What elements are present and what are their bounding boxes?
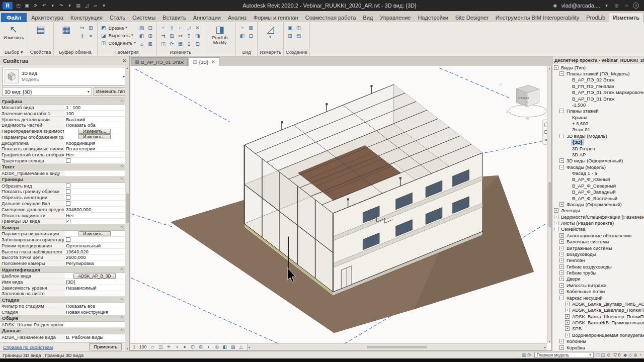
mirror-icon[interactable]: ◫ xyxy=(159,40,167,47)
property-value[interactable]: Показать оба xyxy=(64,122,125,128)
worksharing-sync-icon[interactable]: ⟳ xyxy=(527,352,531,357)
tree-item[interactable]: +Двери xyxy=(552,276,644,282)
selection-filter[interactable]: ▽ 0 xyxy=(613,352,620,357)
help-icon[interactable]: ? xyxy=(633,3,639,9)
view-instance-combo[interactable]: 3D вид: {3D} ▾ xyxy=(2,87,92,96)
expand-icon[interactable]: + xyxy=(559,277,564,281)
property-value[interactable] xyxy=(64,183,125,189)
join-unjoin-icon[interactable]: ⊡ xyxy=(194,40,201,47)
scale-icon[interactable]: ◿ xyxy=(185,24,193,31)
undo-dropdown-icon[interactable]: ▾ xyxy=(49,2,56,10)
tree-item[interactable]: {3D} xyxy=(552,139,644,145)
sun-path-icon[interactable]: ☀ xyxy=(166,344,172,350)
tree-item[interactable]: 3D Разрез xyxy=(552,145,644,151)
background-processes-icon[interactable]: ◔ xyxy=(639,352,641,357)
sync-icon[interactable]: ⟳ xyxy=(32,2,39,10)
property-value[interactable] xyxy=(64,170,125,176)
modify-select-button[interactable]: ↖Изменить xyxy=(3,24,25,41)
copy-clipboard-icon[interactable]: ⊞ xyxy=(87,24,95,31)
ribbon-tab[interactable]: Архитектура xyxy=(28,13,67,22)
property-checkbox[interactable] xyxy=(66,158,70,163)
collapse-icon[interactable]: − xyxy=(559,165,564,169)
property-value[interactable]: Регулировка xyxy=(64,260,125,266)
property-section-header[interactable]: Границы^ xyxy=(0,176,125,183)
temporary-view-properties-icon[interactable]: ▤ xyxy=(230,344,236,350)
exclude-options-icon[interactable]: ⊘ xyxy=(607,352,611,357)
property-edit-button[interactable]: Изменить... xyxy=(78,129,110,134)
property-value[interactable]: 10640,020 xyxy=(64,249,125,254)
design-options-icon[interactable]: □ xyxy=(597,352,599,357)
ribbon-tab[interactable]: Сталь xyxy=(106,13,129,22)
tree-item[interactable]: В_АР_Ф_Южный xyxy=(552,176,644,183)
property-section-header[interactable]: Общие^ xyxy=(0,315,125,322)
tree-item[interactable]: В_АР_ПЭ_02 Этаж xyxy=(552,77,644,83)
property-checkbox[interactable]: ✓ xyxy=(66,219,70,223)
measure-qat-icon[interactable]: ◿ xyxy=(83,2,91,10)
property-section-header[interactable]: Камера^ xyxy=(0,224,125,231)
copy-icon[interactable]: ⊞ xyxy=(168,32,176,39)
tree-item[interactable]: Фасад 1 - а xyxy=(552,170,644,176)
save-icon[interactable]: ▣ xyxy=(23,2,31,10)
tree-item[interactable]: +Легенды xyxy=(552,208,644,214)
expand-icon[interactable]: + xyxy=(559,264,564,269)
tree-item[interactable]: +Фасады (Оформленный) xyxy=(552,201,644,207)
collapse-icon[interactable]: − xyxy=(554,227,558,231)
expand-icon[interactable]: + xyxy=(559,239,564,244)
switch-windows-icon[interactable]: ⊡ xyxy=(247,32,255,39)
favorites-icon[interactable]: ☆ xyxy=(623,2,630,10)
tree-item[interactable]: −Виды (Тип) xyxy=(552,64,644,70)
expand-icon[interactable]: + xyxy=(559,202,564,207)
print-icon[interactable]: ▤ xyxy=(74,2,82,10)
property-section-header[interactable]: Данные^ xyxy=(0,328,125,334)
paste-button[interactable]: ▦ xyxy=(56,24,76,36)
user-dropdown-icon[interactable]: ▾ xyxy=(603,2,610,10)
expand-icon[interactable]: + xyxy=(554,215,558,219)
property-value[interactable]: Изменить... xyxy=(64,231,125,236)
expand-icon[interactable]: + xyxy=(554,208,558,213)
view-tab[interactable]: ◳{3D}✕ xyxy=(189,57,219,66)
collapse-icon[interactable]: ^ xyxy=(120,298,123,302)
tree-item[interactable]: +ADSK_Балка_Швеллер_ПолкиПарал... xyxy=(552,307,644,313)
cut-geometry-button[interactable]: ◪Вырезать▾ xyxy=(100,32,136,39)
trim-extend-icon[interactable]: ⌐ xyxy=(177,24,184,31)
property-value[interactable]: Независимый xyxy=(64,285,125,291)
property-value[interactable] xyxy=(64,322,125,327)
filter-icon[interactable]: ▽ xyxy=(613,352,617,357)
ribbon-tab[interactable]: Управление xyxy=(376,13,414,22)
viewcube-home-icon[interactable]: ⌂ xyxy=(499,81,502,86)
expand-icon[interactable]: + xyxy=(559,283,564,288)
tree-item[interactable]: + 6,600 xyxy=(552,120,644,126)
property-value[interactable]: Изменить... xyxy=(64,128,125,134)
tree-item[interactable]: +ADSK_БалкаЖБ_Прямоугольная xyxy=(552,319,644,325)
property-value[interactable] xyxy=(64,195,125,200)
legend-component-icon[interactable]: ▤ xyxy=(295,32,302,39)
temporary-hide-isolate-icon[interactable]: ◐ xyxy=(206,344,212,350)
ribbon-tab[interactable]: Вставить xyxy=(159,13,190,22)
tree-item[interactable]: -1,500 xyxy=(552,102,644,108)
tree-item[interactable]: +Гибкие трубы xyxy=(552,269,644,276)
crop-view-icon[interactable]: ⊡ xyxy=(190,344,196,350)
join-geometry-button[interactable]: ◫Соединить▾ xyxy=(100,39,136,46)
tree-item[interactable]: +Воздуховоды xyxy=(552,251,644,257)
expand-icon[interactable]: + xyxy=(554,221,558,225)
expand-icon[interactable]: + xyxy=(559,246,564,250)
undo-icon[interactable]: ↶ xyxy=(40,2,48,10)
tree-item[interactable]: +ADSK_Балка_Швеллер_ПолкиПара... xyxy=(552,313,644,319)
viewcube[interactable]: ⌂ СПЕРЕДИ С Ю В З xyxy=(499,81,549,121)
redo-icon[interactable]: ↷ xyxy=(57,2,65,10)
scroll-down-icon[interactable]: ▾ xyxy=(548,339,550,343)
unpin-icon[interactable]: ↥ xyxy=(185,40,193,47)
unjoin-icon[interactable]: ⊠ xyxy=(146,40,154,47)
ribbon-tab[interactable]: Совместная работа xyxy=(302,13,360,22)
tree-item[interactable]: В_АР_Ф_Западный xyxy=(552,189,644,195)
select-pinned-toggle-icon[interactable]: ◆ xyxy=(623,352,627,357)
tree-item[interactable]: +Коробка xyxy=(552,344,644,350)
collapse-icon[interactable]: − xyxy=(559,109,564,113)
property-section-header[interactable]: Графика^ xyxy=(0,98,125,105)
property-value[interactable]: Показать все xyxy=(64,303,125,309)
show-crop-icon[interactable]: ⊞ xyxy=(198,344,204,350)
viewport-vertical-scrollbar[interactable]: ▴ ▾ xyxy=(547,66,551,343)
expand-icon[interactable]: + xyxy=(559,339,564,343)
tree-item[interactable]: +Ведомости/Спецификации (Назначени xyxy=(552,214,644,220)
scroll-thumb[interactable] xyxy=(367,346,427,348)
